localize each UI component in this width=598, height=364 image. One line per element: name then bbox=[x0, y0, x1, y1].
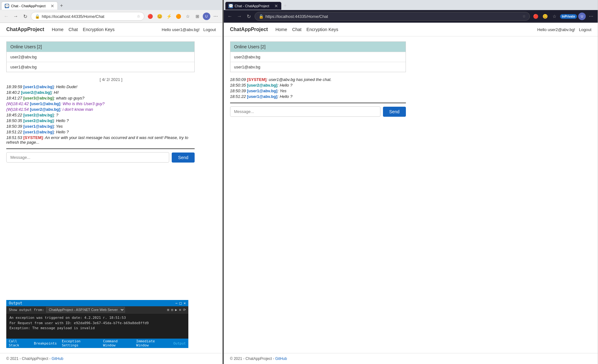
left-browser-window: 💬 Chat - ChatAppProject ✕ + ← → ↻ 🔒 http… bbox=[0, 0, 223, 364]
left-output-tab-command[interactable]: Command Window bbox=[103, 339, 131, 347]
left-msg-7-time: 18:50:39 bbox=[6, 124, 23, 129]
left-output-icon4[interactable]: ≡ bbox=[179, 308, 181, 312]
left-nav-home[interactable]: Home bbox=[52, 27, 63, 32]
left-divider bbox=[6, 148, 195, 149]
right-logout-link[interactable]: Logout bbox=[579, 27, 591, 32]
right-tab-title: Chat - ChatAppProject bbox=[235, 4, 272, 8]
left-tab-close-icon[interactable]: ✕ bbox=[51, 3, 54, 8]
right-new-tab-button[interactable]: + bbox=[282, 2, 289, 9]
left-msg-6-time: 18:50:35 bbox=[6, 118, 23, 123]
left-msg-6-text: : Hello ? bbox=[54, 118, 69, 123]
left-msg-1: 18:40:2 [user2@abv.bg]: Hi! bbox=[6, 90, 195, 95]
left-app-content: ChatAppProject Home Chat Encryption Keys… bbox=[0, 23, 222, 364]
right-message-input[interactable] bbox=[230, 106, 380, 117]
left-nav-links: Home Chat Encryption Keys bbox=[52, 27, 162, 32]
left-msg-6-user: [user2@abv.bg] bbox=[23, 118, 54, 123]
left-avatar[interactable]: U bbox=[203, 13, 210, 20]
left-output-tab-exception[interactable]: Exception Settings bbox=[62, 339, 98, 347]
right-bookmark-icon[interactable]: ☆ bbox=[551, 12, 559, 20]
left-output-icon3[interactable]: ▶ bbox=[175, 308, 177, 312]
left-msg-9-user: [SYSTEM] bbox=[23, 135, 43, 140]
left-greeting: Hello user1@abv.bg! bbox=[162, 27, 200, 32]
left-back-button[interactable]: ← bbox=[3, 13, 10, 20]
right-star-icon[interactable]: ☆ bbox=[522, 14, 526, 19]
left-msg-5-text: : ? bbox=[54, 113, 58, 117]
right-footer-link[interactable]: GitHub bbox=[275, 356, 287, 361]
right-back-button[interactable]: ← bbox=[226, 13, 234, 20]
right-send-button[interactable]: Send bbox=[383, 107, 406, 117]
left-active-tab[interactable]: 💬 Chat - ChatAppProject ✕ bbox=[1, 2, 58, 10]
left-msg-2-time: 18:41:27 bbox=[6, 96, 23, 100]
right-tab-bar: 💬 Chat - ChatAppProject ✕ + bbox=[224, 0, 598, 10]
left-grid-icon[interactable]: ⊞ bbox=[193, 12, 202, 20]
right-refresh-button[interactable]: ↻ bbox=[245, 13, 253, 20]
right-tab-favicon: 💬 bbox=[229, 4, 233, 8]
right-menu-icon[interactable]: ⋯ bbox=[587, 12, 595, 20]
left-msg-5-user: [user2@abv.bg] bbox=[23, 113, 54, 117]
left-msg-8: 18:51:22 [user1@abv.bg]: Hello ? bbox=[6, 130, 195, 134]
right-avatar[interactable]: U bbox=[578, 13, 586, 20]
right-forward-button[interactable]: → bbox=[236, 13, 243, 20]
left-msg-9-time: 18:51:53 bbox=[6, 135, 23, 140]
left-msg-2: 18:41:27 [user3@abv.bg]: whats up guys? bbox=[6, 96, 195, 100]
left-footer-link[interactable]: GitHub bbox=[51, 356, 63, 361]
left-nav-right: Hello user1@abv.bg! Logout bbox=[162, 27, 216, 32]
left-msg-2-text: : whats up guys? bbox=[54, 96, 84, 100]
left-input-row: Send bbox=[6, 152, 195, 166]
right-msg-1-time: 18:50:35 bbox=[230, 83, 247, 88]
left-address-box[interactable]: 🔒 https://localhost:44335/Home/Chat ☆ bbox=[31, 12, 144, 21]
left-msg-4: (W)18:41:54 [user2@abv.bg]: i don't know… bbox=[6, 107, 195, 112]
left-icon3[interactable]: ⚡ bbox=[165, 12, 173, 20]
left-output-source-select[interactable]: ChatAppProject - ASP.NET Core Web Server bbox=[46, 307, 125, 313]
right-msg-3: 18:51:22 [user1@abv.bg]: Hello ? bbox=[230, 94, 406, 99]
right-nav-chat[interactable]: Chat bbox=[292, 27, 302, 32]
left-output-content: An exception was triggered on date: 4.2.… bbox=[6, 313, 188, 339]
left-output-icon1[interactable]: ⊞ bbox=[167, 308, 170, 312]
right-tab-close-icon[interactable]: ✕ bbox=[274, 3, 278, 8]
left-icon4[interactable]: 🟠 bbox=[175, 12, 183, 20]
left-msg-4-user: [user2@abv.bg] bbox=[30, 107, 60, 112]
left-output-icon2[interactable]: ⊟ bbox=[171, 308, 173, 312]
right-online-users-box: Online Users [2] user2@abv.bg user1@abv.… bbox=[230, 41, 406, 72]
left-output-statusbar: Call Stack Breakpoints Exception Setting… bbox=[6, 339, 188, 348]
left-new-tab-button[interactable]: + bbox=[58, 2, 65, 9]
right-active-tab[interactable]: 💬 Chat - ChatAppProject ✕ bbox=[225, 2, 282, 10]
left-forward-button[interactable]: → bbox=[12, 13, 19, 20]
left-output-tab-immediate[interactable]: Immediate Window bbox=[136, 339, 168, 347]
left-star-icon[interactable]: ☆ bbox=[137, 14, 140, 19]
right-divider bbox=[230, 103, 406, 103]
right-nav-home[interactable]: Home bbox=[275, 27, 287, 32]
left-menu-icon[interactable]: ⋯ bbox=[212, 12, 220, 20]
left-nav-encryption[interactable]: Encryption Keys bbox=[83, 27, 115, 32]
left-nav-chat[interactable]: Chat bbox=[68, 27, 78, 32]
left-output-minimize[interactable]: − bbox=[175, 301, 177, 305]
left-output-source-label: Show output from: bbox=[9, 308, 44, 312]
left-output-toolbar: Show output from: ChatAppProject - ASP.N… bbox=[6, 306, 188, 313]
left-refresh-button[interactable]: ↻ bbox=[21, 13, 29, 20]
left-send-button[interactable]: Send bbox=[172, 153, 195, 163]
right-emoji-icon[interactable]: 😊 bbox=[541, 12, 549, 20]
left-message-input[interactable] bbox=[6, 152, 169, 163]
right-online-users-header: Online Users [2] bbox=[230, 42, 406, 52]
left-msg-1-time: 18:40:2 bbox=[6, 90, 21, 95]
left-emoji-icon[interactable]: 😊 bbox=[156, 12, 164, 20]
right-extensions-icon[interactable]: 🔴 bbox=[532, 12, 540, 20]
left-output-tab-breakpoints[interactable]: Breakpoints bbox=[34, 341, 57, 345]
left-bookmark-icon[interactable]: ☆ bbox=[184, 12, 192, 20]
left-extensions-icon[interactable]: 🔴 bbox=[146, 12, 154, 20]
left-output-icon5[interactable]: ⟳ bbox=[183, 308, 186, 312]
right-chat-main: Online Users [2] user2@abv.bg user1@abv.… bbox=[224, 36, 598, 200]
left-output-close[interactable]: ✕ bbox=[184, 301, 186, 305]
right-msg-3-text: : Hello ? bbox=[277, 94, 293, 99]
left-user-item-0: user2@abv.bg bbox=[7, 52, 194, 62]
left-user-item-1: user1@abv.bg bbox=[7, 62, 194, 72]
left-output-tab-output[interactable]: Output bbox=[173, 341, 186, 345]
right-address-box[interactable]: 🔒 https://localhost:44335/Home/Chat ☆ bbox=[255, 12, 530, 21]
left-output-maximize[interactable]: □ bbox=[180, 301, 182, 305]
left-msg-0-text: : Hello Dude! bbox=[54, 84, 77, 89]
right-nav-encryption[interactable]: Encryption Keys bbox=[306, 27, 338, 32]
left-logout-link[interactable]: Logout bbox=[203, 27, 216, 32]
right-nav-right: Hello user2@abv.bg! Logout bbox=[537, 27, 591, 32]
left-output-tab-callstack[interactable]: Call Stack bbox=[9, 339, 29, 347]
right-msg-2-user: [user1@abv.bg] bbox=[247, 88, 277, 93]
